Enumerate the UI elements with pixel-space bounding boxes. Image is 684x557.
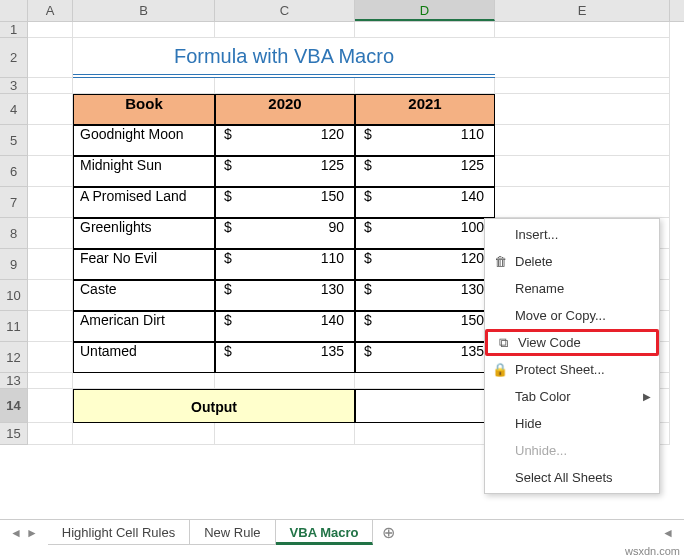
menu-insert[interactable]: Insert... bbox=[485, 221, 659, 248]
menu-tab-color[interactable]: Tab Color▶ bbox=[485, 383, 659, 410]
cell[interactable] bbox=[28, 156, 73, 187]
cell[interactable] bbox=[215, 78, 355, 94]
menu-select-all-sheets[interactable]: Select All Sheets bbox=[485, 464, 659, 491]
col-header-e[interactable]: E bbox=[495, 0, 670, 21]
cell[interactable] bbox=[495, 22, 670, 38]
table-cell-2021[interactable]: $100 bbox=[355, 218, 495, 249]
col-header-b[interactable]: B bbox=[73, 0, 215, 21]
cell[interactable] bbox=[28, 38, 73, 78]
menu-hide[interactable]: Hide bbox=[485, 410, 659, 437]
add-sheet-button[interactable]: ⊕ bbox=[373, 519, 403, 547]
tab-nav-arrows[interactable]: ◄► bbox=[0, 526, 48, 540]
row-header-13[interactable]: 13 bbox=[0, 373, 28, 389]
output-label[interactable]: Output bbox=[73, 389, 355, 423]
cell[interactable] bbox=[28, 423, 73, 445]
cell[interactable] bbox=[28, 22, 73, 38]
cell[interactable] bbox=[28, 78, 73, 94]
sheet-tab-vba-macro[interactable]: VBA Macro bbox=[276, 520, 374, 545]
cell[interactable] bbox=[28, 389, 73, 423]
tab-scroll-indicator[interactable]: ◄ bbox=[662, 526, 684, 540]
row-header-4[interactable]: 4 bbox=[0, 94, 28, 125]
table-cell-2020[interactable]: $90 bbox=[215, 218, 355, 249]
row-header-5[interactable]: 5 bbox=[0, 125, 28, 156]
menu-protect-sheet[interactable]: 🔒Protect Sheet... bbox=[485, 356, 659, 383]
row-header-9[interactable]: 9 bbox=[0, 249, 28, 280]
row-header-12[interactable]: 12 bbox=[0, 342, 28, 373]
table-cell-2021[interactable]: $135 bbox=[355, 342, 495, 373]
row-header-6[interactable]: 6 bbox=[0, 156, 28, 187]
cell[interactable] bbox=[28, 187, 73, 218]
cell[interactable] bbox=[495, 125, 670, 156]
col-header-a[interactable]: A bbox=[28, 0, 73, 21]
table-cell-2021[interactable]: $110 bbox=[355, 125, 495, 156]
output-value[interactable] bbox=[355, 389, 495, 423]
sheet-tab-new-rule[interactable]: New Rule bbox=[190, 520, 275, 545]
cell[interactable] bbox=[495, 78, 670, 94]
cell[interactable] bbox=[28, 311, 73, 342]
table-header-2020[interactable]: 2020 bbox=[215, 94, 355, 125]
cell[interactable] bbox=[73, 22, 215, 38]
cell[interactable] bbox=[215, 373, 355, 389]
row-header-1[interactable]: 1 bbox=[0, 22, 28, 38]
table-cell-2020[interactable]: $125 bbox=[215, 156, 355, 187]
row-header-8[interactable]: 8 bbox=[0, 218, 28, 249]
row-header-2[interactable]: 2 bbox=[0, 38, 28, 78]
row-header-11[interactable]: 11 bbox=[0, 311, 28, 342]
cell[interactable] bbox=[73, 423, 215, 445]
row-header-10[interactable]: 10 bbox=[0, 280, 28, 311]
table-cell-book[interactable]: American Dirt bbox=[73, 311, 215, 342]
cell[interactable] bbox=[215, 22, 355, 38]
col-header-c[interactable]: C bbox=[215, 0, 355, 21]
table-cell-2020[interactable]: $130 bbox=[215, 280, 355, 311]
table-cell-2020[interactable]: $140 bbox=[215, 311, 355, 342]
cell[interactable] bbox=[355, 22, 495, 38]
menu-view-code[interactable]: ⧉View Code bbox=[485, 329, 659, 356]
row-header-15[interactable]: 15 bbox=[0, 423, 28, 445]
row-header-3[interactable]: 3 bbox=[0, 78, 28, 94]
cell[interactable] bbox=[28, 280, 73, 311]
table-cell-book[interactable]: Fear No Evil bbox=[73, 249, 215, 280]
cell[interactable] bbox=[73, 373, 215, 389]
cell[interactable] bbox=[28, 373, 73, 389]
col-header-d[interactable]: D bbox=[355, 0, 495, 21]
cell[interactable] bbox=[495, 94, 670, 125]
table-header-2021[interactable]: 2021 bbox=[355, 94, 495, 125]
table-cell-2021[interactable]: $120 bbox=[355, 249, 495, 280]
menu-rename[interactable]: Rename bbox=[485, 275, 659, 302]
table-cell-2021[interactable]: $125 bbox=[355, 156, 495, 187]
select-all-corner[interactable] bbox=[0, 0, 28, 21]
table-cell-2021[interactable]: $150 bbox=[355, 311, 495, 342]
table-cell-book[interactable]: Caste bbox=[73, 280, 215, 311]
cell[interactable] bbox=[28, 342, 73, 373]
table-cell-2021[interactable]: $140 bbox=[355, 187, 495, 218]
row-header-14[interactable]: 14 bbox=[0, 389, 28, 423]
cell[interactable] bbox=[28, 94, 73, 125]
table-cell-2020[interactable]: $150 bbox=[215, 187, 355, 218]
table-cell-book[interactable]: Untamed bbox=[73, 342, 215, 373]
table-cell-book[interactable]: A Promised Land bbox=[73, 187, 215, 218]
table-cell-book[interactable]: Greenlights bbox=[73, 218, 215, 249]
cell[interactable] bbox=[495, 187, 670, 218]
menu-move-copy[interactable]: Move or Copy... bbox=[485, 302, 659, 329]
cell[interactable] bbox=[28, 125, 73, 156]
row-header-7[interactable]: 7 bbox=[0, 187, 28, 218]
table-cell-book[interactable]: Midnight Sun bbox=[73, 156, 215, 187]
cell[interactable] bbox=[355, 373, 495, 389]
cell[interactable] bbox=[355, 423, 495, 445]
cell[interactable] bbox=[495, 38, 670, 78]
cell[interactable] bbox=[28, 218, 73, 249]
table-cell-2021[interactable]: $130 bbox=[355, 280, 495, 311]
table-cell-2020[interactable]: $120 bbox=[215, 125, 355, 156]
table-header-book[interactable]: Book bbox=[73, 94, 215, 125]
menu-delete[interactable]: 🗑Delete bbox=[485, 248, 659, 275]
page-title[interactable]: Formula with VBA Macro bbox=[73, 38, 495, 78]
cell[interactable] bbox=[215, 423, 355, 445]
sheet-tab-highlight-cell-rules[interactable]: Highlight Cell Rules bbox=[48, 520, 190, 545]
table-cell-book[interactable]: Goodnight Moon bbox=[73, 125, 215, 156]
cell[interactable] bbox=[355, 78, 495, 94]
table-cell-2020[interactable]: $110 bbox=[215, 249, 355, 280]
cell[interactable] bbox=[28, 249, 73, 280]
table-cell-2020[interactable]: $135 bbox=[215, 342, 355, 373]
cell[interactable] bbox=[495, 156, 670, 187]
cell[interactable] bbox=[73, 78, 215, 94]
